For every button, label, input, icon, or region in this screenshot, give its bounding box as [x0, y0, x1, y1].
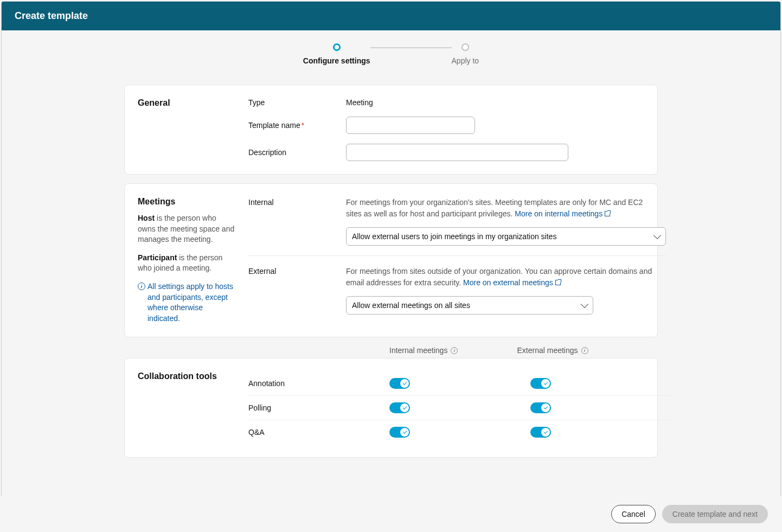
step-circle-icon [333, 43, 341, 51]
external-description: For meetings from sites outside of your … [346, 266, 655, 289]
meetings-heading: Meetings [138, 197, 235, 207]
chevron-down-icon [581, 300, 588, 308]
qa-label: Q&A [248, 428, 389, 437]
external-meetings-column: External meetings i [517, 346, 645, 355]
check-icon [402, 381, 407, 385]
description-label: Description [248, 148, 346, 157]
collaboration-tools-card: Collaboration tools Annotation [124, 358, 658, 458]
step-label: Configure settings [303, 56, 370, 65]
qa-internal-toggle[interactable] [389, 427, 410, 438]
step-connector [370, 47, 452, 48]
internal-label: Internal [248, 197, 346, 207]
polling-internal-toggle[interactable] [389, 402, 410, 413]
template-name-input[interactable] [346, 117, 475, 134]
info-icon[interactable]: i [451, 347, 458, 354]
meetings-card: Meetings Host is the person who owns the… [124, 183, 658, 337]
collab-column-headers: Internal meetings i External meetings i [124, 346, 658, 355]
external-link-icon [555, 280, 561, 285]
host-description: Host is the person who owns the meeting … [138, 213, 235, 245]
cancel-button[interactable]: Cancel [611, 505, 656, 516]
polling-label: Polling [248, 403, 389, 412]
polling-row: Polling [248, 396, 671, 420]
info-icon: i [138, 283, 145, 290]
general-heading: General [138, 98, 235, 108]
internal-meetings-column: Internal meetings i [389, 346, 517, 355]
check-icon [402, 405, 407, 409]
stepper: Configure settings Apply to [2, 30, 780, 72]
annotation-internal-toggle[interactable] [389, 378, 410, 389]
internal-meetings-link[interactable]: More on internal meetings [515, 209, 610, 218]
type-value: Meeting [346, 98, 373, 107]
external-label: External [248, 266, 346, 275]
internal-description: For meetings from your organization's si… [346, 197, 655, 220]
qa-external-toggle[interactable] [530, 427, 551, 438]
check-icon [543, 405, 548, 409]
settings-info-note: i All settings apply to hosts and partic… [138, 281, 235, 324]
qa-row: Q&A [248, 420, 671, 444]
step-configure-settings[interactable]: Configure settings [303, 43, 370, 65]
polling-external-toggle[interactable] [530, 402, 551, 413]
collaboration-tools-heading: Collaboration tools [138, 371, 235, 381]
type-label: Type [248, 98, 346, 107]
external-meetings-link[interactable]: More on external meetings [463, 278, 561, 287]
annotation-row: Annotation [248, 371, 671, 396]
page-title: Create template [2, 2, 780, 30]
external-meetings-select[interactable]: Allow external meetings on all sites [346, 296, 593, 315]
general-card: General Type Meeting Template name* De [124, 85, 658, 175]
check-icon [402, 430, 407, 434]
info-icon[interactable]: i [581, 347, 588, 354]
step-label: Apply to [452, 56, 479, 65]
annotation-external-toggle[interactable] [530, 378, 551, 389]
footer-actions: Cancel Create template and next [1, 496, 781, 516]
chevron-down-icon [653, 232, 661, 239]
participant-description: Participant is the person who joined a m… [138, 253, 235, 274]
template-name-label: Template name* [248, 121, 346, 130]
step-apply-to[interactable]: Apply to [452, 43, 479, 65]
description-input[interactable] [346, 144, 568, 161]
create-template-next-button[interactable]: Create template and next [662, 505, 768, 516]
check-icon [543, 381, 548, 385]
step-circle-icon [461, 43, 469, 51]
external-link-icon [605, 211, 610, 216]
divider [248, 255, 666, 256]
internal-meetings-select[interactable]: Allow external users to join meetings in… [346, 227, 666, 246]
check-icon [543, 430, 548, 434]
annotation-label: Annotation [248, 379, 389, 388]
